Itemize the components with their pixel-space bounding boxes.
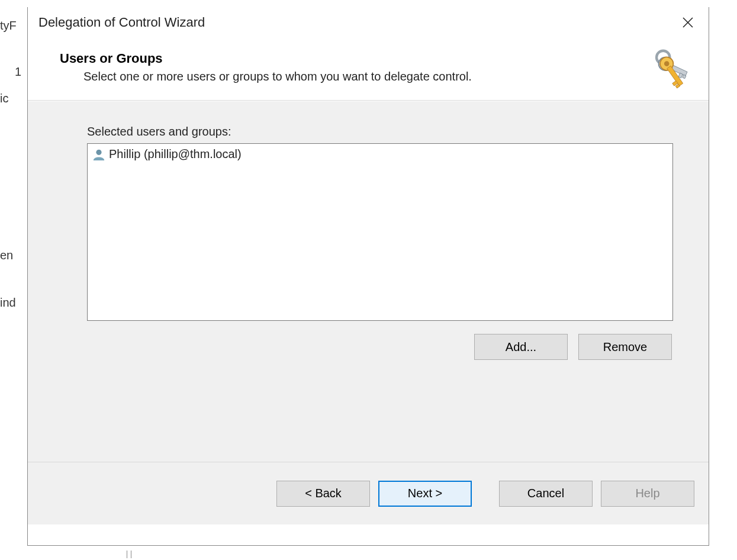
back-button[interactable]: < Back bbox=[276, 481, 370, 507]
close-button[interactable] bbox=[672, 11, 704, 34]
list-label: Selected users and groups: bbox=[87, 125, 673, 139]
svg-rect-6 bbox=[678, 73, 683, 78]
wizard-footer: < Back Next > Cancel Help bbox=[28, 462, 709, 524]
background-tick bbox=[127, 551, 131, 558]
page-title: Users or Groups bbox=[60, 51, 691, 66]
titlebar: Delegation of Control Wizard bbox=[28, 7, 709, 38]
selected-users-listbox[interactable]: Phillip (phillip@thm.local) bbox=[87, 143, 673, 321]
cancel-button[interactable]: Cancel bbox=[499, 481, 593, 507]
help-button[interactable]: Help bbox=[601, 481, 694, 507]
background-fragment: ic bbox=[0, 92, 8, 105]
background-fragment: en bbox=[0, 249, 13, 262]
background-fragment: 1 bbox=[15, 65, 21, 79]
add-button[interactable]: Add... bbox=[474, 334, 568, 360]
svg-point-13 bbox=[96, 149, 101, 155]
background-fragment: ind bbox=[0, 296, 16, 310]
window-title: Delegation of Control Wizard bbox=[38, 15, 205, 30]
wizard-body: Selected users and groups: Phillip (phil… bbox=[28, 101, 709, 462]
remove-button[interactable]: Remove bbox=[578, 334, 672, 360]
close-icon bbox=[683, 17, 693, 28]
list-item-label: Phillip (phillip@thm.local) bbox=[109, 147, 242, 161]
list-item[interactable]: Phillip (phillip@thm.local) bbox=[90, 146, 670, 162]
delegation-wizard-dialog: Delegation of Control Wizard Users or Gr… bbox=[27, 7, 709, 546]
svg-rect-7 bbox=[683, 75, 686, 78]
wizard-header: Users or Groups Select one or more users… bbox=[28, 38, 709, 101]
page-description: Select one or more users or groups to wh… bbox=[60, 70, 691, 83]
user-icon bbox=[92, 148, 105, 161]
background-fragment: tyF bbox=[0, 19, 17, 33]
keys-icon bbox=[646, 46, 697, 97]
next-button[interactable]: Next > bbox=[378, 481, 472, 507]
list-buttons: Add... Remove bbox=[87, 334, 673, 360]
